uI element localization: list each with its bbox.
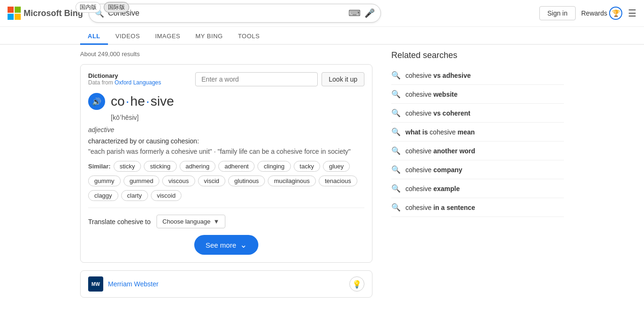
speaker-icon: 🔊 [92, 97, 101, 106]
mw-label[interactable]: Merriam Webster [108, 280, 158, 288]
tag-viscous[interactable]: viscous [162, 175, 195, 186]
rewards-button[interactable]: Rewards 🏆 [581, 7, 622, 20]
chevron-down-icon: ⌄ [240, 240, 247, 250]
part-of-speech: adjective [88, 126, 364, 134]
search-icon: 🔍 [391, 146, 401, 155]
related-text: cohesive in a sentence [405, 204, 475, 211]
similar-row-3: claggy clarty viscoid [88, 190, 364, 201]
related-item-vs-adhesive[interactable]: 🔍 cohesive vs adhesive [391, 66, 564, 85]
tab-my-bing[interactable]: MY BING [188, 29, 230, 45]
similar-row: Similar: sticky sticking adhering adhere… [88, 161, 364, 172]
tag-glutinous[interactable]: glutinous [228, 175, 265, 186]
tag-adhering[interactable]: adhering [180, 161, 216, 172]
audio-button[interactable]: 🔊 [88, 93, 105, 110]
related-item-example[interactable]: 🔍 cohesive example [391, 179, 564, 198]
logo-text: Microsoft Bing [24, 8, 83, 18]
dict-header: Dictionary Data from Oxford Languages Lo… [88, 72, 364, 86]
search-icon: 🔍 [391, 109, 401, 117]
merriam-webster-row: MW Merriam Webster 💡 [80, 270, 372, 298]
related-searches-title: Related searches [391, 50, 564, 60]
tag-sticky[interactable]: sticky [114, 161, 141, 172]
related-text: cohesive website [405, 91, 458, 98]
version-switcher: 国内版 国际版 [75, 2, 129, 13]
search-bar: 🔍 ⌨ 🎤 [89, 4, 381, 23]
dict-lookup-row: Look it up [195, 72, 364, 86]
related-text: what is cohesive mean [405, 128, 475, 136]
search-icon: 🔍 [391, 165, 401, 174]
see-more-label: See more [206, 241, 236, 249]
related-item-company[interactable]: 🔍 cohesive company [391, 160, 564, 179]
lightbulb-button[interactable]: 💡 [349, 276, 364, 292]
header-right: Sign in Rewards 🏆 ☰ [539, 6, 636, 20]
tag-claggy[interactable]: claggy [88, 190, 118, 201]
search-icon: 🔍 [391, 127, 401, 136]
tag-tenacious[interactable]: tenacious [319, 175, 357, 186]
tag-gummed[interactable]: gummed [124, 175, 160, 186]
bing-logo-icon [8, 7, 21, 20]
related-item-another-word[interactable]: 🔍 cohesive another word [391, 142, 564, 160]
tab-tools[interactable]: TOOLS [231, 29, 267, 45]
pronunciation: [kōˈhēsiv] [111, 114, 364, 121]
lightbulb-icon: 💡 [352, 280, 362, 289]
tag-viscid[interactable]: viscid [198, 175, 226, 186]
rewards-label: Rewards [581, 9, 607, 17]
related-text: cohesive example [405, 185, 460, 192]
translate-label: Translate cohesive to [88, 218, 151, 225]
tag-clarty[interactable]: clarty [121, 190, 148, 201]
search-input[interactable] [108, 9, 345, 17]
tag-clinging[interactable]: clinging [257, 161, 290, 172]
mw-left: MW Merriam Webster [88, 276, 158, 292]
svg-rect-2 [8, 14, 14, 20]
dict-lookup-input[interactable] [195, 72, 318, 86]
tag-gluey[interactable]: gluey [323, 161, 350, 172]
tab-videos[interactable]: VIDEOS [108, 29, 148, 45]
see-more-wrap: See more ⌄ [88, 235, 364, 255]
word-heading: co·he·sive [111, 94, 174, 109]
related-searches-list: 🔍 cohesive vs adhesive 🔍 cohesive websit… [391, 66, 564, 217]
dict-lookup-button[interactable]: Look it up [322, 72, 364, 86]
main-layout: About 249,000 results Dictionary Data fr… [0, 45, 644, 303]
menu-icon[interactable]: ☰ [628, 8, 636, 19]
language-select[interactable]: Choose language ▼ [157, 215, 226, 228]
tag-sticking[interactable]: sticking [144, 161, 176, 172]
left-column: About 249,000 results Dictionary Data fr… [80, 50, 372, 298]
example-text: "each parish was formerly a cohesive uni… [88, 148, 364, 155]
sign-in-button[interactable]: Sign in [539, 6, 576, 20]
related-item-in-a-sentence[interactable]: 🔍 cohesive in a sentence [391, 198, 564, 217]
related-text: cohesive vs coherent [405, 109, 471, 117]
see-more-button[interactable]: See more ⌄ [194, 235, 258, 255]
similar-label: Similar: [88, 163, 111, 170]
tag-adherent[interactable]: adherent [218, 161, 255, 172]
tag-tacky[interactable]: tacky [294, 161, 320, 172]
choose-language-label: Choose language [163, 218, 211, 225]
oxford-link[interactable]: Oxford Languages [115, 79, 161, 86]
dict-source: Data from Oxford Languages [88, 79, 161, 86]
related-item-vs-coherent[interactable]: 🔍 cohesive vs coherent [391, 104, 564, 123]
right-column: Related searches 🔍 cohesive vs adhesive … [391, 50, 564, 298]
tab-images[interactable]: IMAGES [148, 29, 188, 45]
version-international-btn[interactable]: 国际版 [104, 2, 129, 13]
search-icon: 🔍 [391, 71, 401, 80]
version-domestic-btn[interactable]: 国内版 [75, 2, 101, 13]
search-icon: 🔍 [391, 184, 401, 193]
chevron-down-icon: ▼ [213, 218, 219, 225]
definition-text: characterized by or causing cohesion: [88, 137, 364, 145]
tab-all[interactable]: ALL [80, 29, 108, 45]
related-text: cohesive vs adhesive [405, 72, 471, 79]
tag-gummy[interactable]: gummy [88, 175, 121, 186]
svg-rect-3 [15, 14, 21, 20]
related-item-website[interactable]: 🔍 cohesive website [391, 85, 564, 104]
similar-row-2: gummy gummed viscous viscid glutinous mu… [88, 175, 364, 186]
related-text: cohesive another word [405, 147, 475, 155]
nav-tabs: ALL VIDEOS IMAGES MY BING TOOLS [0, 29, 644, 45]
mic-icon[interactable]: 🎤 [364, 8, 375, 18]
word-display: 🔊 co·he·sive [88, 93, 364, 110]
search-icon: 🔍 [391, 203, 401, 212]
keyboard-icon[interactable]: ⌨ [348, 8, 361, 18]
tag-viscoid[interactable]: viscoid [151, 190, 182, 201]
header: 国内版 国际版 Microsoft Bing 🔍 ⌨ 🎤 Sign in Rew… [0, 0, 644, 27]
related-item-what-is-mean[interactable]: 🔍 what is cohesive mean [391, 123, 564, 142]
rewards-icon: 🏆 [609, 7, 622, 20]
tag-mucilaginous[interactable]: mucilaginous [268, 175, 316, 186]
search-icon: 🔍 [391, 90, 401, 99]
